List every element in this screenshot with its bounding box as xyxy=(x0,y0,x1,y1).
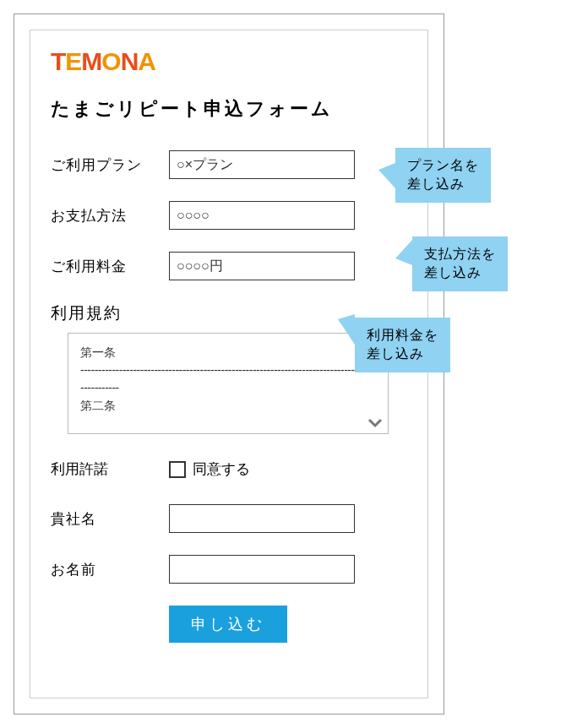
agree-checkbox[interactable] xyxy=(169,461,186,478)
terms-clause-1: 第一条 xyxy=(80,344,376,361)
payment-input[interactable] xyxy=(169,201,355,230)
field-row-name: お名前 xyxy=(51,555,407,584)
brand-logo: TEMONA xyxy=(51,47,407,76)
fee-label: ご利用料金 xyxy=(51,257,169,276)
callout-payment: 支払方法を 差し込み xyxy=(412,236,508,291)
chevron-down-icon[interactable] xyxy=(367,418,383,428)
form-title: たまごリピート申込フォーム xyxy=(51,96,407,122)
plan-input[interactable] xyxy=(169,150,355,179)
terms-dashes: ----------------------------------------… xyxy=(80,361,376,397)
field-row-payment: お支払方法 xyxy=(51,201,407,230)
plan-label: ご利用プラン xyxy=(51,155,169,175)
submit-button[interactable]: 申し込む xyxy=(169,606,287,643)
agree-text: 同意する xyxy=(193,459,250,479)
fee-input[interactable] xyxy=(169,252,355,280)
company-label: 貴社名 xyxy=(51,509,169,529)
terms-textarea[interactable]: 第一条 ------------------------------------… xyxy=(68,333,389,434)
field-row-company: 貴社名 xyxy=(51,504,407,533)
payment-label: お支払方法 xyxy=(51,206,169,225)
name-input[interactable] xyxy=(169,555,355,584)
name-label: お名前 xyxy=(51,560,169,579)
field-row-plan: ご利用プラン xyxy=(51,150,407,179)
callout-plan: プラン名を 差し込み xyxy=(395,148,491,203)
license-label: 利用許諾 xyxy=(51,459,169,479)
callout-fee: 利用料金を 差し込み xyxy=(355,318,450,372)
field-row-license: 利用許諾 同意する xyxy=(51,459,407,479)
company-input[interactable] xyxy=(169,504,355,533)
field-row-fee: ご利用料金 xyxy=(51,252,407,280)
terms-clause-2: 第二条 xyxy=(80,397,376,415)
